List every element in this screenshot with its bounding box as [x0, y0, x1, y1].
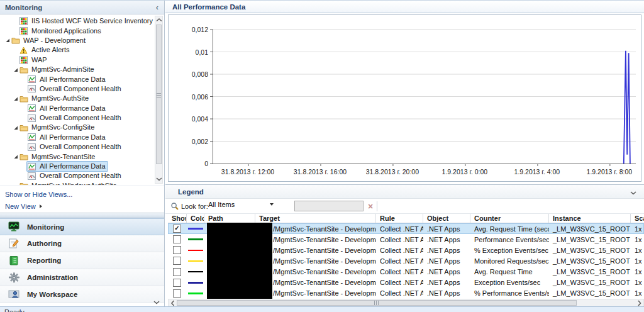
tree-item-all-performance-data[interactable]: All Performance Data [0, 74, 154, 84]
nav-button-authoring[interactable]: Authoring [0, 235, 164, 252]
scale-cell: 1x [631, 225, 644, 233]
target-cell: /MgmtSvc-TenantSite - Development [255, 225, 376, 233]
column-header-object[interactable]: Object [423, 214, 470, 223]
tree-item-mgmtsvc-configsite[interactable]: MgmtSvc-ConfigSite [0, 123, 154, 132]
show-cell [168, 246, 187, 254]
expand-collapse-arrow-icon[interactable] [12, 125, 19, 130]
folder-icon [19, 124, 29, 131]
tree-item-monitored-applications[interactable]: Monitored Applications [0, 26, 154, 35]
tree-item-content: Overall Component Health [27, 84, 123, 94]
nav-button-administration[interactable]: Administration [0, 269, 164, 286]
column-header-counter[interactable]: Counter [470, 214, 549, 223]
tree-item-content: Overall Component Health [27, 171, 123, 181]
column-header-rule[interactable]: Rule [376, 214, 423, 223]
rule-cell: Collect .NET App... [376, 268, 423, 276]
legend-search-input[interactable] [294, 201, 364, 211]
tree-item-all-performance-data[interactable]: All Performance Data [0, 133, 154, 142]
toolbar-separator [377, 199, 377, 213]
show-checkbox[interactable]: ✓ [173, 225, 181, 233]
nav-splitter-handle[interactable] [0, 213, 164, 218]
tree-item-label: All Performance Data [40, 75, 106, 84]
tree-item-content: IIS Hosted WCF Web Service Inventory [19, 16, 154, 26]
column-header-scale[interactable]: Scale [631, 214, 644, 223]
show-checkbox[interactable] [173, 279, 181, 287]
tree-item-mgmtsvc-adminsite[interactable]: MgmtSvc-AdminSite [0, 65, 154, 74]
y-axis-tick-label: 0,012 [169, 26, 208, 33]
submenu-arrow-icon [40, 204, 42, 208]
tree-item-all-performance-data[interactable]: All Performance Data [0, 162, 154, 171]
y-axis-tick-label: 0 [169, 160, 208, 167]
column-header-target[interactable]: Target [255, 214, 376, 223]
column-header-color[interactable]: Color [187, 214, 204, 223]
rule-cell: Collect .NET App... [376, 236, 423, 243]
tree-item-content: MgmtSvc-TenantSite [19, 152, 97, 162]
tree-scrollbar[interactable] [155, 16, 163, 184]
tree-item-content: All Performance Data [27, 162, 108, 171]
tree-item-content: Overall Component Health [27, 113, 123, 123]
expand-collapse-arrow-icon[interactable] [12, 67, 19, 72]
nav-button-monitoring[interactable]: Monitoring [0, 218, 164, 235]
tree-item-wap[interactable]: WAP [0, 55, 154, 65]
show-checkbox[interactable] [173, 268, 181, 276]
tree-item-content: All Performance Data [27, 104, 108, 113]
expand-collapse-arrow-icon[interactable] [12, 154, 19, 159]
collapse-sidebar-icon[interactable]: ‹ [156, 4, 158, 11]
scroll-down-icon[interactable] [155, 176, 162, 183]
tree-item-content: MgmtSvc-ConfigSite [19, 123, 96, 132]
rule-cell: Collect .NET App... [376, 289, 423, 297]
tree-item-wap-development[interactable]: WAP - Development [0, 36, 154, 45]
tree-item-overall-component-health[interactable]: Overall Component Health [0, 113, 154, 123]
show-checkbox[interactable] [173, 235, 181, 243]
legend-panel: Legend Look for: All Items × ShowColorPa… [165, 184, 644, 306]
show-or-hide-views-label: Show or Hide Views... [5, 191, 72, 198]
nav-button-my-workspace[interactable]: My Workspace [0, 286, 164, 303]
reporting-icon [8, 255, 21, 266]
series-color-line [188, 271, 203, 273]
view-title-bar: All Performance Data [165, 1, 644, 13]
column-header-path[interactable]: Path [204, 214, 255, 223]
tree-item-active-alerts[interactable]: Active Alerts [0, 45, 154, 55]
series-color-line [188, 228, 203, 230]
nav-button-reporting[interactable]: Reporting [0, 252, 164, 269]
tree-item-mgmtsvc-tenantsite[interactable]: MgmtSvc-TenantSite [0, 152, 154, 161]
collapse-legend-chevron-icon[interactable] [630, 186, 636, 198]
show-checkbox[interactable] [173, 257, 181, 265]
column-header-instance[interactable]: Instance [549, 214, 631, 223]
x-axis-tick-label: 1.9.2013 г. 0:00 [430, 168, 500, 176]
view-links: Show or Hide Views... New View [0, 186, 164, 210]
tree-scrollbar-thumb[interactable] [156, 25, 162, 164]
view-title: All Performance Data [172, 3, 245, 11]
tree-item-mgmtsvc-windowsauthsite[interactable]: MgmtSvc-WindowsAuthSite [0, 181, 154, 185]
nav-options-chevron-icon[interactable] [153, 296, 160, 307]
show-checkbox[interactable] [173, 246, 181, 254]
scroll-up-icon[interactable] [155, 16, 162, 24]
tree-item-overall-component-health[interactable]: Overall Component Health [0, 142, 154, 152]
show-checkbox[interactable] [173, 289, 181, 298]
legend-hscrollbar-track[interactable] [577, 299, 635, 306]
expand-collapse-arrow-icon[interactable] [4, 38, 11, 43]
counter-cell: % Performance Events/sec [470, 289, 549, 297]
scroll-left-icon[interactable] [169, 299, 177, 306]
tree-item-iis-hosted-wcf-web-service-inventory[interactable]: IIS Hosted WCF Web Service Inventory [0, 16, 154, 26]
health-icon [28, 172, 37, 180]
tree-item-all-performance-data[interactable]: All Performance Data [0, 104, 154, 113]
target-cell: /MgmtSvc-TenantSite - Development [255, 236, 376, 243]
tree-item-overall-component-health[interactable]: Overall Component Health [0, 84, 154, 94]
scale-cell: 1x [631, 247, 644, 254]
show-cell [168, 279, 187, 287]
tree-scrollbar-track[interactable] [155, 165, 162, 176]
column-header-show[interactable]: Show [168, 214, 187, 223]
tree-item-mgmtsvc-authsite[interactable]: MgmtSvc-AuthSite [0, 94, 154, 103]
nav-button-label: Authoring [27, 240, 62, 247]
scale-cell: 1x [631, 279, 644, 286]
show-or-hide-views-link[interactable]: Show or Hide Views... [5, 191, 164, 198]
y-axis-tick-label: 0,004 [169, 115, 208, 123]
tree-item-overall-component-health[interactable]: Overall Component Health [0, 171, 154, 181]
clear-search-icon[interactable]: × [368, 199, 373, 213]
scroll-right-icon[interactable] [635, 299, 643, 306]
new-view-link[interactable]: New View [5, 203, 164, 210]
instance-cell: _LM_W3SVC_15_ROOT [549, 257, 631, 265]
expand-collapse-arrow-icon[interactable] [12, 96, 19, 101]
look-for-filter-dropdown[interactable]: All Items [206, 199, 276, 210]
legend-hscrollbar-thumb[interactable] [177, 300, 577, 306]
